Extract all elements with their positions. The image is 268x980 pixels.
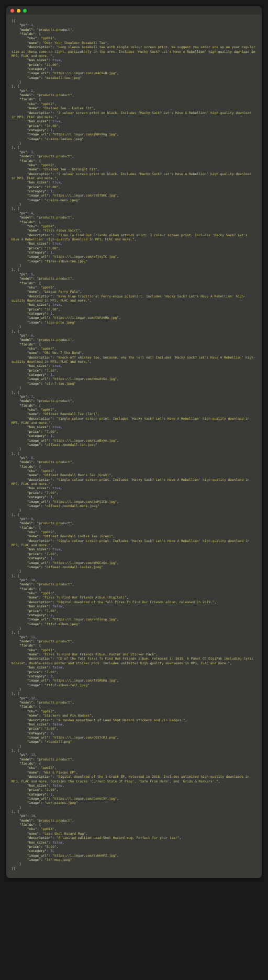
json-source-code: [{ "pk": 1, "model": "products.product",… (6, 15, 262, 878)
minimize-icon[interactable] (17, 9, 20, 13)
window-titlebar (6, 6, 262, 15)
maximize-icon[interactable] (23, 9, 27, 13)
close-icon[interactable] (10, 9, 14, 13)
code-window: [{ "pk": 1, "model": "products.product",… (6, 6, 262, 878)
